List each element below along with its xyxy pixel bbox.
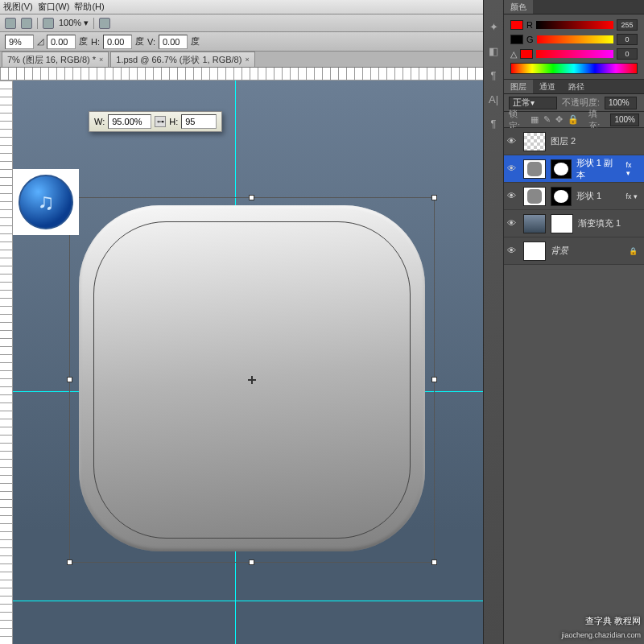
doc-tab[interactable]: 1.psd @ 66.7% (形状 1, RGB/8)× — [110, 52, 254, 67]
r-label: R — [526, 20, 533, 30]
lock-icon: 🔒 — [629, 247, 641, 255]
tool-icon[interactable] — [21, 18, 32, 29]
layer-thumb — [523, 242, 546, 261]
right-panels: ✦ ◧ ¶ A| ¶ 颜色 R 255 G 0 △ — [483, 0, 644, 644]
transform-handle[interactable] — [67, 559, 72, 565]
tool-icon[interactable] — [43, 18, 54, 29]
g-label: G — [526, 35, 534, 44]
close-icon[interactable]: × — [245, 56, 249, 64]
layer-name[interactable]: 形状 1 — [576, 190, 601, 202]
transform-handle[interactable] — [67, 377, 72, 382]
canvas[interactable]: ♫ — [13, 80, 483, 644]
transform-center-icon[interactable] — [248, 376, 256, 384]
lock-paint-icon[interactable]: ✎ — [543, 114, 551, 125]
tool-icon[interactable] — [99, 18, 110, 29]
transform-handle[interactable] — [431, 559, 437, 565]
transform-handle[interactable] — [431, 195, 437, 200]
layer-row[interactable]: 👁 背景 🔒 — [504, 237, 644, 265]
visibility-icon[interactable]: 👁 — [507, 218, 518, 229]
height-field[interactable]: 95 — [181, 114, 217, 129]
opacity-field[interactable]: 100% — [605, 97, 637, 109]
b-slider[interactable] — [536, 50, 613, 58]
w-label: W: — [94, 117, 105, 126]
layer-name[interactable]: 背景 — [551, 245, 568, 257]
fx-indicator[interactable]: fx ▾ — [626, 161, 641, 177]
transform-bounding-box[interactable] — [69, 197, 435, 563]
menu-view[interactable]: 视图(V) — [3, 1, 33, 13]
layer-row[interactable]: 👁 渐变填充 1 — [504, 210, 644, 237]
layer-mask[interactable] — [551, 214, 573, 233]
layer-row[interactable]: 👁 形状 1 副本 fx ▾ — [504, 155, 644, 183]
lock-pixels-icon[interactable]: ▦ — [530, 114, 539, 125]
music-icon: ♫ — [19, 175, 73, 229]
tool-icon[interactable] — [5, 18, 16, 29]
close-icon[interactable]: × — [99, 56, 103, 64]
warn-icon[interactable]: △ — [510, 49, 517, 60]
pct-field[interactable]: 9% — [5, 35, 34, 49]
paragraph-icon[interactable]: ¶ — [486, 68, 501, 82]
degree-label: 度 — [135, 35, 144, 47]
character-icon[interactable]: A| — [486, 92, 501, 106]
transform-handle[interactable] — [249, 195, 254, 200]
layer-mask[interactable] — [551, 159, 572, 179]
v-field[interactable]: 0.00 — [159, 35, 188, 49]
foreground-swatch[interactable] — [510, 20, 523, 30]
collapsed-panel-strip: ✦ ◧ ¶ A| ¶ — [483, 0, 504, 644]
v-label: V: — [147, 37, 155, 47]
layer-thumb — [523, 214, 546, 233]
layer-mask[interactable] — [551, 187, 572, 206]
layer-thumb — [523, 187, 546, 206]
width-field[interactable]: 95.00% — [108, 114, 151, 129]
menu-window[interactable]: 窗口(W) — [38, 1, 70, 13]
angle-unit: 度 — [79, 35, 88, 47]
visibility-icon[interactable]: 👁 — [507, 191, 518, 202]
layer-name[interactable]: 图层 2 — [551, 135, 576, 147]
ruler-vertical[interactable] — [0, 80, 13, 644]
reference-image: ♫ — [13, 169, 79, 235]
tab-paths[interactable]: 路径 — [562, 80, 591, 93]
transform-handle[interactable] — [431, 377, 437, 382]
b-value[interactable]: 0 — [617, 48, 638, 60]
tab-channels[interactable]: 通道 — [533, 80, 562, 93]
background-swatch[interactable] — [510, 35, 523, 44]
visibility-icon[interactable]: 👁 — [507, 246, 518, 257]
r-slider[interactable] — [536, 21, 613, 29]
watermark: 查字典 教程网 jiaocheng.chazidian.com — [561, 616, 641, 641]
layer-thumb — [523, 159, 546, 179]
brush-icon[interactable]: ✦ — [486, 19, 501, 34]
menu-help[interactable]: 帮助(H) — [74, 1, 104, 13]
color-panel-tabs: 颜色 — [504, 0, 644, 14]
transform-handle[interactable] — [249, 559, 254, 565]
lock-move-icon[interactable]: ✥ — [555, 114, 563, 125]
spectrum-ramp[interactable] — [510, 63, 638, 74]
swatches-icon[interactable]: ◧ — [486, 43, 501, 58]
layer-name[interactable]: 渐变填充 1 — [578, 217, 621, 229]
r-value[interactable]: 255 — [617, 19, 638, 31]
paragraph2-icon[interactable]: ¶ — [486, 116, 501, 130]
link-icon[interactable]: ⊶ — [155, 116, 166, 127]
layer-name[interactable]: 形状 1 副本 — [576, 157, 621, 181]
warn-swatch[interactable] — [520, 49, 533, 59]
layer-row[interactable]: 👁 图层 2 — [504, 128, 644, 155]
guide-horizontal[interactable] — [13, 601, 483, 601]
layer-thumb — [523, 132, 546, 151]
fill-field[interactable]: 100% — [610, 114, 639, 126]
transform-size-popup: W: 95.00% ⊶ H: 95 — [89, 111, 222, 132]
layer-row[interactable]: 👁 形状 1 fx ▾ — [504, 183, 644, 210]
doc-tab[interactable]: 7% (图层 16, RGB/8) *× — [2, 52, 109, 67]
lock-all-icon[interactable]: 🔒 — [568, 114, 579, 125]
layers-panel-tabs: 图层 通道 路径 — [504, 80, 644, 94]
tab-layers[interactable]: 图层 — [504, 80, 533, 93]
panel-stack: 颜色 R 255 G 0 △ 0 — [504, 0, 644, 644]
fx-indicator[interactable]: fx ▾ — [625, 192, 641, 200]
tab-color[interactable]: 颜色 — [504, 0, 533, 14]
h-field[interactable]: 0.00 — [103, 35, 132, 49]
g-slider[interactable] — [537, 35, 613, 43]
visibility-icon[interactable]: 👁 — [507, 136, 518, 147]
visibility-icon[interactable]: 👁 — [507, 163, 518, 175]
workspace: ♫ — [13, 80, 483, 644]
g-value[interactable]: 0 — [617, 34, 638, 45]
color-panel: R 255 G 0 △ 0 — [504, 14, 644, 80]
angle-field[interactable]: 0.00 — [47, 35, 76, 49]
layers-lock-row: 锁定: ▦ ✎ ✥ 🔒 填充: 100% — [504, 112, 644, 128]
